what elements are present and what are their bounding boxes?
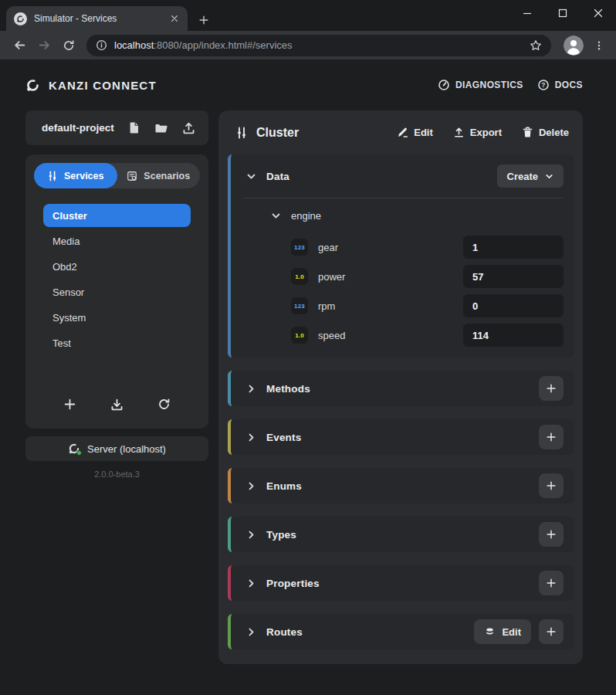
brand: KANZI CONNECT — [25, 78, 157, 93]
service-list-actions — [34, 398, 200, 411]
server-link-icon — [68, 442, 80, 455]
field-name: speed — [318, 330, 345, 341]
docs-button[interactable]: ? DOCS — [537, 79, 583, 91]
browser-menu-kebab-icon[interactable] — [590, 35, 608, 56]
refresh-services-icon[interactable] — [157, 398, 171, 411]
upload-project-icon[interactable] — [182, 121, 195, 134]
add-enum-button[interactable] — [539, 473, 564, 498]
section-data: Data Create engine — [228, 154, 574, 358]
url-bar[interactable]: localhost:8080/app/index.html#/services — [86, 35, 551, 56]
tab-scenarios-label: Scenarios — [144, 171, 190, 181]
kanzi-logo-favicon-icon — [14, 12, 27, 25]
chevron-down-icon — [545, 172, 553, 181]
scenario-icon — [127, 171, 137, 181]
field-name: rpm — [318, 300, 335, 312]
section-label: Properties — [266, 578, 320, 589]
bookmark-star-icon[interactable] — [530, 39, 542, 52]
add-property-button[interactable] — [539, 571, 564, 595]
services-card: Services Scenarios Cluster Media Obd2 Se… — [25, 154, 208, 429]
project-name: default-project — [42, 122, 114, 134]
service-detail-panel: Cluster Edit Export — [218, 110, 583, 664]
data-field-gear: 123 gear — [231, 232, 574, 262]
chevron-right-icon — [246, 432, 256, 442]
svg-text:?: ? — [541, 81, 546, 89]
tab-scenarios[interactable]: Scenarios — [117, 163, 201, 188]
export-service-button[interactable]: Export — [453, 127, 502, 138]
edit-label: Edit — [414, 127, 433, 138]
create-button[interactable]: Create — [497, 164, 564, 188]
section-header[interactable]: Routes Edit — [231, 614, 574, 649]
field-value-input[interactable] — [463, 265, 564, 288]
add-method-button[interactable] — [539, 376, 564, 401]
diagnostics-label: DIAGNOSTICS — [455, 80, 523, 90]
add-service-plus-icon[interactable] — [63, 398, 76, 411]
server-button[interactable]: Server (localhost) — [25, 436, 208, 461]
open-folder-icon[interactable] — [154, 122, 168, 134]
browser-tab[interactable]: Simulator - Services — [6, 6, 188, 31]
section-header[interactable]: Events — [231, 419, 574, 455]
float-type-badge: 1.0 — [291, 327, 308, 344]
edit-service-button[interactable]: Edit — [397, 127, 433, 138]
section-label: Routes — [266, 626, 303, 638]
field-value-input[interactable] — [463, 294, 564, 317]
service-item-test[interactable]: Test — [43, 331, 191, 354]
data-field-power: 1.0 power — [231, 262, 574, 291]
section-methods: Methods — [228, 371, 574, 406]
chevron-right-icon — [246, 578, 256, 588]
new-file-icon[interactable] — [128, 121, 140, 134]
sliders-icon — [235, 127, 248, 139]
maximize-button[interactable] — [545, 0, 580, 26]
tab-services[interactable]: Services — [34, 163, 117, 188]
app-header: KANZI CONNECT DIAGNOSTICS ? DOCS — [25, 59, 583, 110]
project-card: default-project — [25, 110, 208, 145]
chevron-down-icon — [271, 211, 281, 221]
group-label: engine — [291, 210, 321, 222]
delete-service-button[interactable]: Delete — [522, 127, 569, 138]
section-label: Enums — [266, 480, 302, 492]
section-header[interactable]: Types — [231, 517, 574, 552]
import-service-download-icon[interactable] — [110, 398, 124, 411]
add-event-button[interactable] — [539, 425, 564, 449]
section-header[interactable]: Methods — [231, 371, 574, 406]
chevron-right-icon — [246, 384, 256, 394]
reload-button[interactable] — [57, 34, 80, 57]
server-status-dot — [76, 450, 82, 456]
field-name: gear — [318, 242, 338, 253]
field-value-input[interactable] — [463, 324, 564, 347]
data-group-engine[interactable]: engine — [231, 198, 574, 232]
site-info-icon[interactable] — [96, 39, 107, 51]
data-field-speed: 1.0 speed — [231, 320, 574, 350]
minimize-button[interactable] — [509, 0, 545, 26]
service-item-media[interactable]: Media — [43, 229, 191, 253]
kanzi-connect-app: KANZI CONNECT DIAGNOSTICS ? DOCS default… — [0, 59, 616, 695]
section-properties: Properties — [228, 565, 574, 601]
service-item-obd2[interactable]: Obd2 — [43, 255, 191, 278]
sliders-icon — [47, 171, 58, 181]
add-route-button[interactable] — [539, 619, 564, 644]
trash-icon — [522, 127, 533, 138]
tab-close-icon[interactable] — [168, 12, 181, 25]
back-button[interactable] — [8, 34, 31, 57]
service-item-cluster[interactable]: Cluster — [43, 204, 191, 227]
add-type-button[interactable] — [539, 522, 564, 547]
section-header[interactable]: Properties — [231, 565, 574, 601]
section-events: Events — [228, 419, 574, 455]
new-tab-button[interactable] — [198, 15, 209, 25]
field-name: power — [318, 271, 345, 283]
int-type-badge: 123 — [291, 239, 308, 256]
close-window-button[interactable] — [580, 0, 616, 26]
help-icon: ? — [537, 79, 550, 91]
left-sidebar: default-project Services — [25, 110, 208, 664]
profile-avatar[interactable] — [564, 36, 584, 56]
section-header[interactable]: Enums — [231, 468, 574, 503]
section-enums: Enums — [228, 468, 574, 503]
panel-header: Cluster Edit Export — [228, 110, 574, 154]
section-data-header[interactable]: Data Create — [231, 154, 574, 198]
routes-edit-button[interactable]: Edit — [474, 619, 531, 644]
service-item-sensor[interactable]: Sensor — [43, 280, 191, 303]
field-value-input[interactable] — [463, 236, 564, 259]
service-item-system[interactable]: System — [43, 306, 191, 329]
forward-button[interactable] — [32, 34, 56, 57]
chevron-right-icon — [246, 481, 256, 491]
diagnostics-button[interactable]: DIAGNOSTICS — [438, 79, 523, 91]
